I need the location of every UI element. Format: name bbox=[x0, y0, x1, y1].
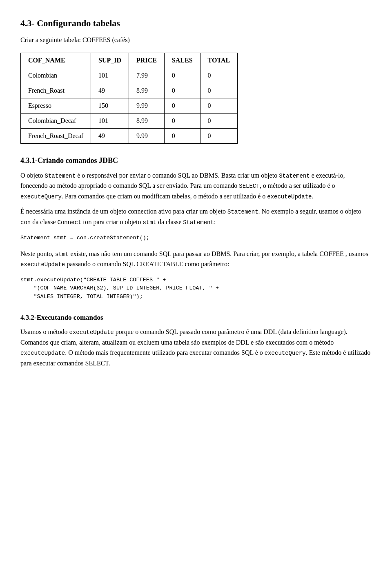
inline-code-stmt: stmt bbox=[143, 219, 156, 226]
table-cell: 0 bbox=[164, 98, 200, 113]
table-cell: 0 bbox=[200, 83, 238, 98]
table-row: French_Roast_Decaf499.9900 bbox=[21, 128, 238, 143]
table-cell: 49 bbox=[91, 128, 129, 143]
exec-para1: Usamos o método executeUpdate porque o c… bbox=[20, 327, 372, 368]
col-header-supid: SUP_ID bbox=[91, 53, 129, 68]
inline-code-statement3: Statement bbox=[227, 209, 258, 215]
section-exec-heading: 4.3.2-Executando comandos bbox=[20, 312, 372, 323]
table-cell: 101 bbox=[91, 68, 129, 83]
table-cell: 9.99 bbox=[129, 98, 165, 113]
table-cell: 49 bbox=[91, 83, 129, 98]
table-cell: Espresso bbox=[21, 98, 91, 113]
table-cell: 0 bbox=[200, 128, 238, 143]
inline-code-executeupdate4: executeUpdate bbox=[20, 350, 65, 356]
table-cell: 0 bbox=[200, 113, 238, 128]
table-cell: French_Roast bbox=[21, 83, 91, 98]
code-block-1: Statement stmt = con.createStatement(); bbox=[20, 234, 372, 242]
table-cell: 0 bbox=[164, 128, 200, 143]
inline-code-select: SELECT bbox=[239, 183, 259, 189]
inline-code-executequery2: executeQuery bbox=[265, 350, 306, 356]
table-cell: 0 bbox=[200, 98, 238, 113]
table-row: Colombian1017.9900 bbox=[21, 68, 238, 83]
table-cell: 101 bbox=[91, 113, 129, 128]
jdbc-para2: É necessária uma instância de um objeto … bbox=[20, 206, 372, 227]
table-cell: 0 bbox=[200, 68, 238, 83]
table-row: Espresso1509.9900 bbox=[21, 98, 238, 113]
table-row: Colombian_Decaf1018.9900 bbox=[21, 113, 238, 128]
table-cell: 9.99 bbox=[129, 128, 165, 143]
jdbc-para1: O objeto Statement é o responsável por e… bbox=[20, 170, 372, 202]
table-cell: 0 bbox=[164, 68, 200, 83]
inline-code-executeupdate3: executeUpdate bbox=[69, 329, 114, 336]
inline-code-con: con bbox=[20, 219, 31, 226]
col-header-price: PRICE bbox=[129, 53, 165, 68]
col-header-total: TOTAL bbox=[200, 53, 238, 68]
jdbc-para3: Neste ponto, stmt existe, mas não tem um… bbox=[20, 249, 372, 269]
col-header-sales: SALES bbox=[164, 53, 200, 68]
inline-code-stmt2: stmt bbox=[55, 251, 69, 258]
page-title: 4.3- Configurando tabelas bbox=[20, 16, 372, 30]
col-header-cofname: COF_NAME bbox=[21, 53, 91, 68]
table-cell: 0 bbox=[164, 113, 200, 128]
code-block-2: stmt.executeUpdate("CREATE TABLE COFFEES… bbox=[20, 276, 372, 301]
table-cell: 8.99 bbox=[129, 83, 165, 98]
table-cell: 7.99 bbox=[129, 68, 165, 83]
table-cell: 150 bbox=[91, 98, 129, 113]
inline-code-statement4: Statement bbox=[183, 219, 214, 226]
section-jdbc-heading: 4.3.1-Criando comandos JDBC bbox=[20, 155, 372, 166]
table-cell: French_Roast_Decaf bbox=[21, 128, 91, 143]
inline-code-connection: Connection bbox=[58, 219, 92, 226]
inline-code-executeupdate2: executeUpdate bbox=[20, 261, 65, 268]
inline-code-executequery1: executeQuery bbox=[20, 194, 62, 200]
inline-code-statement1: Statement bbox=[45, 173, 76, 179]
table-row: French_Roast498.9900 bbox=[21, 83, 238, 98]
table-cell: 8.99 bbox=[129, 113, 165, 128]
inline-code-statement2: Statement bbox=[279, 173, 310, 179]
coffees-table: COF_NAME SUP_ID PRICE SALES TOTAL Colomb… bbox=[20, 53, 238, 144]
table-cell: 0 bbox=[164, 83, 200, 98]
table-cell: Colombian bbox=[21, 68, 91, 83]
subtitle: Criar a seguinte tabela: COFFEES (cafés) bbox=[20, 35, 372, 45]
table-cell: Colombian_Decaf bbox=[21, 113, 91, 128]
inline-code-executeupdate1: executeUpdate bbox=[267, 194, 312, 200]
